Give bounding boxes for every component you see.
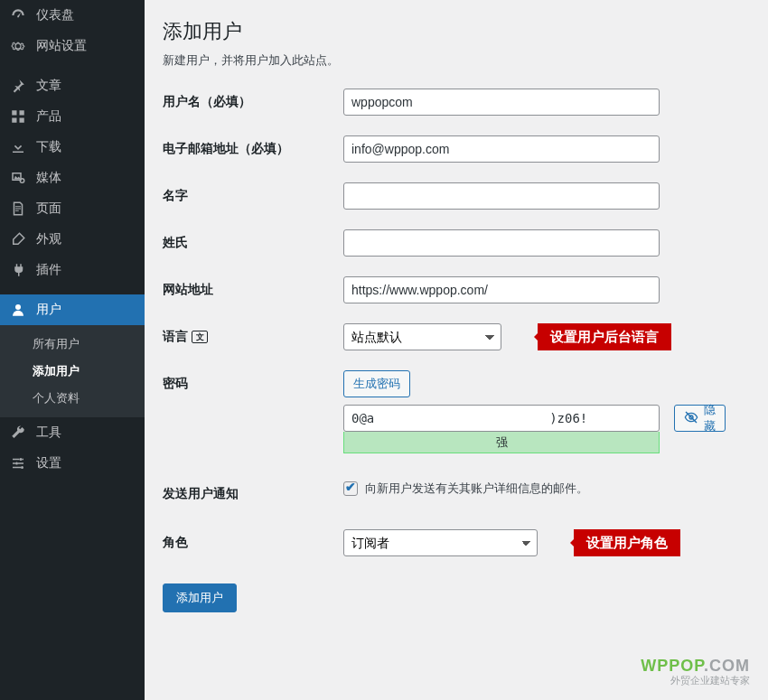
email-input[interactable] xyxy=(343,135,660,163)
password-input[interactable] xyxy=(343,405,660,432)
role-select[interactable]: 订阅者 xyxy=(343,529,538,556)
svg-point-7 xyxy=(15,462,18,465)
sidebar-item-users[interactable]: 用户 xyxy=(0,294,145,325)
sidebar-item-plugins[interactable]: 插件 xyxy=(0,255,145,285)
gauge-icon xyxy=(9,6,27,24)
sidebar-item-tools[interactable]: 工具 xyxy=(0,417,145,448)
main-content: 添加用户 新建用户，并将用户加入此站点。 用户名（必填） 电子邮箱地址（必填） … xyxy=(145,0,768,700)
sidebar-item-label: 仪表盘 xyxy=(36,7,74,23)
watermark: WPPOP.COM 外贸企业建站专家 xyxy=(641,657,750,687)
firstname-label: 名字 xyxy=(163,182,343,204)
role-label: 角色 xyxy=(163,529,343,551)
sidebar-item-label: 插件 xyxy=(36,262,61,278)
website-label: 网站地址 xyxy=(163,276,343,298)
sidebar-item-label: 产品 xyxy=(36,108,61,125)
page-subtitle: 新建用户，并将用户加入此站点。 xyxy=(163,52,750,69)
sidebar-item-label: 外观 xyxy=(36,231,61,247)
page-icon xyxy=(9,200,27,218)
submit-button[interactable]: 添加用户 xyxy=(163,583,237,612)
gear-icon xyxy=(9,37,27,55)
sidebar-item-products[interactable]: 产品 xyxy=(0,101,145,132)
username-input[interactable] xyxy=(343,89,660,116)
notify-checkbox-row[interactable]: 向新用户发送有关其账户详细信息的邮件。 xyxy=(343,481,588,497)
lastname-label: 姓氏 xyxy=(163,229,343,251)
role-callout: 设置用户角色 xyxy=(574,529,680,556)
sidebar-item-label: 下载 xyxy=(36,139,61,155)
username-label: 用户名（必填） xyxy=(163,89,343,110)
pin-icon xyxy=(9,77,27,95)
wrench-icon xyxy=(9,424,27,442)
sidebar-item-downloads[interactable]: 下载 xyxy=(0,132,145,163)
password-strength: 强 xyxy=(343,432,660,453)
sidebar-item-label: 设置 xyxy=(36,455,61,471)
language-select[interactable]: 站点默认 xyxy=(343,323,501,350)
svg-point-8 xyxy=(21,466,23,469)
language-label: 语言 文 xyxy=(163,323,343,345)
sidebar-item-label: 页面 xyxy=(36,201,61,217)
grid-icon xyxy=(9,107,27,126)
user-icon xyxy=(9,301,27,319)
firstname-input[interactable] xyxy=(343,182,660,210)
sidebar-item-posts[interactable]: 文章 xyxy=(0,70,145,101)
submenu-item-all-users[interactable]: 所有用户 xyxy=(0,331,145,358)
sidebar-item-dashboard[interactable]: 仪表盘 xyxy=(0,0,145,31)
sidebar-item-site-settings[interactable]: 网站设置 xyxy=(0,31,145,61)
password-label: 密码 xyxy=(163,370,343,392)
lastname-input[interactable] xyxy=(343,229,660,257)
sidebar-item-pages[interactable]: 页面 xyxy=(0,193,145,224)
sidebar-item-label: 用户 xyxy=(36,302,61,318)
brush-icon xyxy=(9,230,27,248)
sidebar-item-appearance[interactable]: 外观 xyxy=(0,224,145,255)
language-callout: 设置用户后台语言 xyxy=(538,323,671,350)
svg-rect-3 xyxy=(20,118,24,123)
email-label: 电子邮箱地址（必填） xyxy=(163,135,343,157)
sidebar-item-settings[interactable]: 设置 xyxy=(0,448,145,479)
notify-text: 向新用户发送有关其账户详细信息的邮件。 xyxy=(365,481,588,497)
submenu-item-add-user[interactable]: 添加用户 xyxy=(0,358,145,385)
generate-password-button[interactable]: 生成密码 xyxy=(343,370,410,397)
eye-slash-icon xyxy=(684,410,698,427)
svg-rect-0 xyxy=(12,110,16,115)
admin-sidebar: 仪表盘网站设置文章产品下载媒体页面外观插件用户所有用户添加用户个人资料工具设置 xyxy=(0,0,145,700)
svg-point-4 xyxy=(20,179,24,183)
translate-icon: 文 xyxy=(192,331,208,343)
submenu-item-profile[interactable]: 个人资料 xyxy=(0,385,145,412)
svg-rect-1 xyxy=(20,110,24,115)
notify-checkbox[interactable] xyxy=(343,481,358,496)
sliders-icon xyxy=(9,454,27,472)
sidebar-item-label: 文章 xyxy=(36,78,61,94)
sidebar-item-label: 工具 xyxy=(36,425,61,441)
notify-label: 发送用户通知 xyxy=(163,481,343,502)
sidebar-item-label: 网站设置 xyxy=(36,38,87,54)
page-title: 添加用户 xyxy=(163,18,750,45)
svg-point-6 xyxy=(20,458,23,461)
hide-password-button[interactable]: 隐藏 xyxy=(674,405,726,432)
media-icon xyxy=(9,169,27,187)
sidebar-item-label: 媒体 xyxy=(36,170,61,186)
download-icon xyxy=(9,138,27,156)
website-input[interactable] xyxy=(343,276,660,303)
svg-point-5 xyxy=(15,304,21,310)
sidebar-item-media[interactable]: 媒体 xyxy=(0,163,145,193)
svg-rect-2 xyxy=(12,118,16,123)
plug-icon xyxy=(9,261,27,279)
